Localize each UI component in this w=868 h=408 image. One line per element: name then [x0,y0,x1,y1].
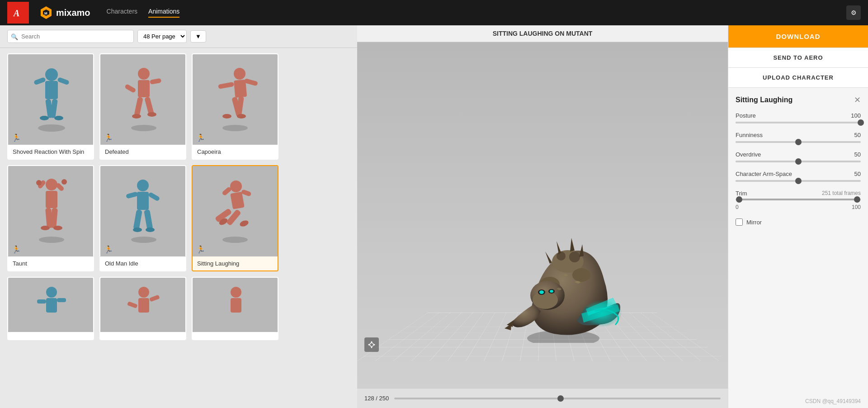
trim-left-thumb[interactable] [736,196,742,203]
per-page-select[interactable]: 48 Per page 12 Per page 24 Per page 96 P… [137,30,187,43]
anim-thumb-4: 🏃 [8,166,94,256]
nav-animations[interactable]: Animations [148,8,179,18]
svg-rect-13 [138,80,150,97]
svg-point-59 [46,287,57,298]
svg-point-86 [374,344,375,346]
svg-point-35 [61,179,67,185]
svg-rect-45 [133,209,142,230]
mirror-checkbox[interactable] [736,218,743,226]
svg-rect-15 [150,78,161,85]
anim-label-1: Shoved Reaction With Spin [8,145,93,159]
run-icon-4: 🏃 [12,245,21,254]
figure-svg-4 [24,173,79,250]
anim-thumb-9 [193,278,278,332]
run-icon-3: 🏃 [196,133,205,142]
download-button[interactable]: DOWNLOAD [728,25,868,47]
anim-thumb-3: 🏃 [193,54,278,145]
svg-point-57 [239,219,250,228]
trim-slider[interactable] [736,199,861,200]
svg-point-10 [54,116,63,120]
param-overdrive: Overdrive 50 [736,151,861,162]
hexagon-icon: M [40,6,52,19]
svg-rect-31 [46,191,57,208]
anim-card-9[interactable] [192,277,278,340]
svg-point-49 [131,237,156,243]
anim-card-7[interactable] [7,277,94,340]
anim-card-2[interactable]: 🏃 Defeated [99,53,186,160]
settings-button[interactable]: ⚙ [846,5,861,20]
adobe-logo: A [7,2,29,24]
funniness-slider[interactable] [736,141,861,143]
svg-point-83 [371,342,373,343]
svg-point-19 [147,112,156,117]
posture-thumb[interactable] [858,119,864,126]
svg-rect-23 [244,78,258,86]
svg-point-67 [231,287,241,298]
anim-card-5[interactable]: 🏃 Old Man Idle [99,165,186,271]
mirror-row: Mirror [736,218,861,226]
arm-space-slider[interactable] [736,180,861,182]
search-input[interactable] [7,30,134,43]
camera-button[interactable] [364,337,379,352]
animation-grid: 🏃 Shoved Reaction With Spin [0,48,357,408]
param-overdrive-label: Overdrive [736,151,761,158]
monster-svg [505,216,631,343]
anim-card-6[interactable]: 🏃 Sitting Laughing [192,165,278,271]
svg-rect-5 [33,77,46,85]
upload-character-button[interactable]: UPLOAD CHARACTER [728,68,868,88]
anim-card-1[interactable]: 🏃 Shoved Reaction With Spin [7,53,94,160]
svg-point-50 [230,180,242,192]
anim-card-8[interactable] [99,277,186,340]
mirror-label: Mirror [746,219,762,226]
svg-point-20 [131,125,156,131]
anim-card-4[interactable]: 🏃 Taunt [7,165,94,271]
main-nav: Characters Animations [107,8,180,18]
svg-point-9 [40,116,49,120]
overdrive-slider[interactable] [736,161,861,162]
figure-svg-3 [209,61,263,138]
svg-point-48 [146,228,155,232]
nav-characters[interactable]: Characters [107,8,137,18]
anim-label-8 [100,332,185,339]
anim-card-3[interactable]: 🏃 Capoeira [192,53,278,160]
trim-right-thumb[interactable] [854,196,860,203]
arm-space-thumb[interactable] [795,178,802,184]
anim-label-6: Sitting Laughing [193,256,278,270]
top-nav: A M mixamo Characters Animations ⚙ [0,0,868,25]
overdrive-thumb[interactable] [795,158,802,165]
param-arm-space-label: Character Arm-Space [736,171,792,177]
svg-point-76 [533,291,558,309]
anim-label-9 [193,332,278,339]
svg-point-38 [41,226,50,230]
param-overdrive-label-row: Overdrive 50 [736,151,861,158]
svg-point-3 [45,68,58,81]
viewport-3d[interactable] [357,42,728,388]
anim-thumb-1: 🏃 [8,54,94,145]
brand-name: mixamo [56,8,90,18]
svg-point-40 [39,237,64,243]
main-layout: 🔍 48 Per page 12 Per page 24 Per page 96… [0,25,868,408]
filter-button[interactable]: ▼ [190,30,206,43]
timeline-slider[interactable] [394,398,721,399]
funniness-thumb[interactable] [795,139,802,145]
timeline-thumb[interactable] [557,395,564,402]
posture-slider[interactable] [736,122,861,123]
send-aero-button[interactable]: SEND TO AERO [728,47,868,68]
param-funniness-label-row: Funniness 50 [736,132,861,138]
anim-label-2: Defeated [100,145,185,159]
svg-rect-65 [127,301,138,308]
timeline-count: 128 / 250 [364,395,389,402]
svg-rect-6 [57,77,70,85]
svg-rect-68 [231,298,241,313]
svg-point-21 [234,68,245,80]
trim-label-row: Trim 251 total frames [736,190,861,197]
svg-rect-24 [218,82,234,89]
param-arm-space: Character Arm-Space 50 [736,171,861,182]
svg-point-74 [557,251,566,261]
svg-rect-64 [138,298,149,313]
svg-rect-61 [37,299,46,304]
settings-close-button[interactable]: ✕ [854,95,861,105]
timeline-current: 128 [364,395,374,402]
svg-point-71 [572,268,590,282]
search-icon: 🔍 [11,33,18,40]
